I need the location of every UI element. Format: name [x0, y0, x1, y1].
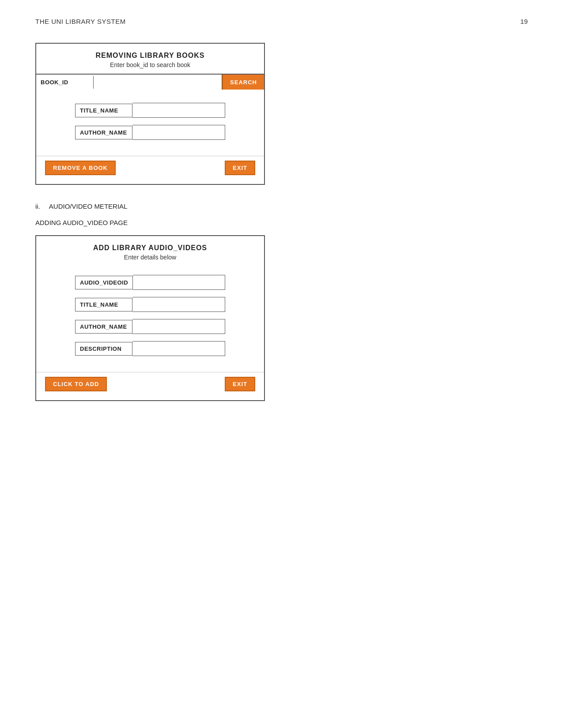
av-author-name-row: AUTHOR_NAME	[75, 319, 225, 334]
page-header: THE UNI LIBRARY SYSTEM 19	[35, 18, 528, 25]
add-av-title: ADD LIBRARY AUDIO_VIDEOS	[41, 244, 260, 252]
add-av-fields: AUDIO_VIDEOID TITLE_NAME AUTHOR_NAME DES…	[36, 266, 264, 368]
av-title-name-label: TITLE_NAME	[75, 298, 132, 311]
remove-book-dialog: REMOVING LIBRARY BOOKS Enter book_id to …	[35, 43, 265, 185]
audio-videoid-input[interactable]	[133, 275, 225, 290]
av-description-row: DESCRIPTION	[75, 341, 225, 356]
remove-book-exit-button[interactable]: EXIT	[225, 161, 255, 175]
section-roman: ii. AUDIO/VIDEO METERIAL	[35, 203, 127, 210]
av-description-input[interactable]	[132, 341, 225, 356]
book-id-label: BOOK_ID	[36, 76, 94, 89]
audio-videoid-row: AUDIO_VIDEOID	[75, 275, 225, 290]
audio-videoid-label: AUDIO_VIDEOID	[75, 276, 133, 289]
section-header: ii. AUDIO/VIDEO METERIAL	[35, 203, 528, 215]
book-id-input[interactable]	[94, 75, 222, 90]
remove-book-subtitle: Enter book_id to search book	[41, 61, 260, 68]
author-name-row: AUTHOR_NAME	[75, 125, 225, 140]
page-number: 19	[520, 18, 528, 25]
av-title-name-input[interactable]	[132, 297, 225, 312]
add-av-dialog: ADD LIBRARY AUDIO_VIDEOS Enter details b…	[35, 235, 265, 401]
author-name-input[interactable]	[132, 125, 225, 140]
section-sublabel: ADDING AUDIO_VIDEO PAGE	[35, 219, 528, 226]
search-button[interactable]: SEARCH	[222, 75, 264, 90]
add-av-header: ADD LIBRARY AUDIO_VIDEOS Enter details b…	[36, 236, 264, 266]
remove-book-header: REMOVING LIBRARY BOOKS Enter book_id to …	[36, 44, 264, 74]
add-av-buttons: CLICK TO ADD EXIT	[36, 372, 264, 400]
av-description-label: DESCRIPTION	[75, 342, 132, 356]
remove-book-button[interactable]: REMOVE A BOOK	[45, 161, 116, 175]
add-av-exit-button[interactable]: EXIT	[225, 377, 255, 391]
add-av-subtitle: Enter details below	[41, 254, 260, 261]
title-name-label: TITLE_NAME	[75, 104, 132, 117]
av-author-name-label: AUTHOR_NAME	[75, 320, 132, 334]
book-id-row: BOOK_ID SEARCH	[36, 74, 264, 90]
author-name-label: AUTHOR_NAME	[75, 126, 132, 139]
remove-book-buttons: REMOVE A BOOK EXIT	[36, 156, 264, 184]
remove-book-fields: TITLE_NAME AUTHOR_NAME	[36, 98, 264, 151]
av-author-name-input[interactable]	[132, 319, 225, 334]
page-title: THE UNI LIBRARY SYSTEM	[35, 18, 126, 25]
title-name-row: TITLE_NAME	[75, 103, 225, 118]
title-name-input[interactable]	[132, 103, 225, 118]
remove-book-title: REMOVING LIBRARY BOOKS	[41, 52, 260, 60]
click-to-add-button[interactable]: CLICK TO ADD	[45, 377, 107, 391]
av-title-name-row: TITLE_NAME	[75, 297, 225, 312]
